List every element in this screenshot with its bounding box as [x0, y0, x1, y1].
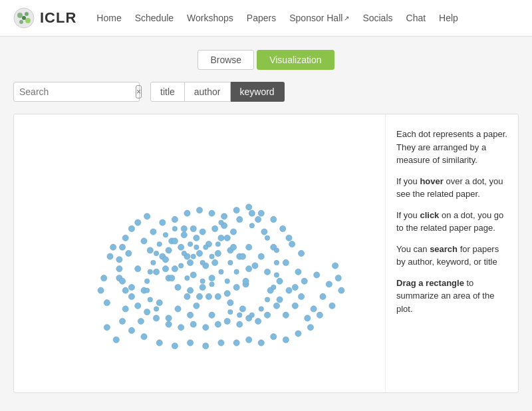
- svg-point-42: [187, 312, 193, 318]
- svg-point-13: [212, 259, 218, 265]
- svg-point-77: [280, 225, 286, 231]
- svg-point-27: [252, 263, 258, 269]
- svg-point-144: [104, 325, 110, 331]
- svg-point-163: [283, 337, 289, 342]
- svg-point-136: [234, 269, 239, 274]
- svg-point-82: [283, 312, 289, 318]
- svg-point-38: [175, 306, 181, 312]
- svg-point-185: [259, 307, 263, 311]
- svg-point-65: [150, 229, 156, 235]
- svg-point-157: [335, 275, 341, 281]
- svg-point-8: [187, 259, 193, 265]
- dot-cloud-container[interactable]: [14, 114, 385, 392]
- svg-point-148: [326, 281, 332, 287]
- svg-point-191: [144, 288, 149, 293]
- nav-schedule[interactable]: Schedule: [135, 13, 174, 23]
- svg-point-91: [190, 321, 196, 327]
- filter-buttons: title author keyword: [150, 82, 285, 102]
- svg-point-98: [122, 287, 128, 293]
- nav-sponsor-hall[interactable]: Sponsor Hall ↗: [289, 13, 349, 23]
- svg-point-104: [128, 225, 134, 231]
- svg-point-94: [153, 315, 159, 321]
- svg-point-169: [203, 343, 209, 349]
- svg-point-73: [233, 207, 239, 213]
- nav-help[interactable]: Help: [439, 13, 458, 23]
- svg-point-115: [224, 291, 230, 297]
- svg-point-44: [135, 266, 141, 272]
- svg-point-193: [148, 269, 152, 274]
- svg-point-118: [196, 293, 202, 299]
- filter-title-button[interactable]: title: [150, 82, 185, 102]
- visualization-toggle-button[interactable]: Visualization: [257, 50, 334, 70]
- svg-point-170: [187, 340, 193, 346]
- svg-point-149: [314, 272, 320, 278]
- svg-point-151: [305, 315, 311, 321]
- svg-point-120: [175, 284, 181, 290]
- info-text-3: If you click on a dot, you go to the rel…: [396, 209, 507, 235]
- svg-point-23: [246, 244, 252, 250]
- svg-point-122: [162, 266, 168, 272]
- browse-toggle-button[interactable]: Browse: [198, 50, 254, 70]
- svg-point-143: [188, 241, 192, 246]
- svg-point-110: [230, 244, 236, 250]
- filter-keyword-button[interactable]: keyword: [231, 82, 285, 102]
- dot-cloud-svg[interactable]: [21, 121, 378, 386]
- svg-point-6: [196, 250, 202, 256]
- svg-point-133: [194, 245, 199, 249]
- nav-socials[interactable]: Socials: [362, 13, 392, 23]
- svg-point-123: [162, 257, 168, 263]
- svg-point-158: [338, 287, 344, 293]
- svg-point-184: [265, 297, 269, 302]
- svg-point-52: [166, 315, 172, 321]
- svg-point-171: [172, 343, 178, 349]
- svg-point-88: [224, 318, 230, 324]
- svg-point-107: [200, 229, 205, 235]
- search-clear-button[interactable]: ×: [136, 85, 142, 98]
- logo-text: ICLR: [40, 9, 76, 27]
- svg-point-34: [194, 303, 200, 309]
- logo-area: ICLR: [13, 7, 76, 29]
- svg-point-161: [307, 325, 313, 331]
- svg-point-75: [258, 210, 264, 216]
- svg-point-168: [218, 340, 224, 346]
- info-text-4: You can search for papers by author, key…: [396, 243, 507, 269]
- svg-point-49: [283, 259, 289, 265]
- svg-point-188: [228, 309, 233, 314]
- svg-point-71: [209, 210, 215, 216]
- nav-workshops[interactable]: Workshops: [187, 13, 233, 23]
- svg-point-109: [224, 235, 230, 241]
- svg-point-22: [181, 225, 187, 231]
- svg-point-10: [178, 244, 184, 250]
- info-text-2: If you hover over a dot, you see the rel…: [396, 175, 507, 201]
- svg-point-119: [187, 287, 193, 293]
- svg-point-155: [98, 287, 104, 293]
- svg-point-197: [163, 232, 168, 237]
- svg-point-194: [151, 260, 156, 265]
- svg-point-67: [160, 219, 166, 225]
- svg-point-41: [249, 210, 255, 216]
- svg-point-156: [104, 300, 110, 306]
- svg-point-134: [219, 269, 223, 274]
- svg-point-125: [172, 238, 178, 244]
- search-input[interactable]: [19, 86, 136, 97]
- svg-point-147: [320, 293, 326, 299]
- svg-point-87: [237, 321, 243, 327]
- svg-point-89: [215, 321, 221, 327]
- svg-point-100: [116, 266, 122, 272]
- nav-papers[interactable]: Papers: [247, 13, 276, 23]
- svg-point-68: [172, 216, 178, 222]
- search-wrapper: ×: [13, 82, 140, 102]
- view-toggle-row: Browse Visualization: [13, 50, 519, 70]
- svg-point-178: [249, 223, 254, 228]
- svg-point-76: [271, 216, 277, 222]
- info-text-1: Each dot represents a paper. They are ar…: [396, 128, 507, 167]
- main-nav: Home Schedule Workshops Papers Sponsor H…: [96, 13, 519, 23]
- svg-point-138: [209, 282, 214, 287]
- svg-point-45: [227, 300, 233, 306]
- svg-point-139: [200, 279, 205, 283]
- filter-author-button[interactable]: author: [185, 82, 231, 102]
- nav-chat[interactable]: Chat: [406, 13, 426, 23]
- svg-point-79: [292, 284, 298, 290]
- nav-home[interactable]: Home: [96, 13, 121, 23]
- svg-point-152: [110, 244, 116, 250]
